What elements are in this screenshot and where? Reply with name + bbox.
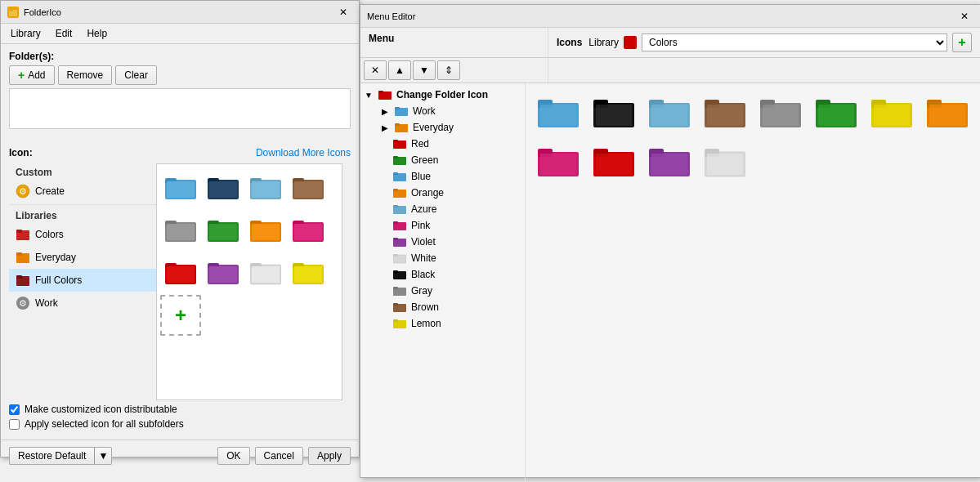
tree-blue-label: Blue xyxy=(411,171,518,182)
black-folder-icon xyxy=(393,269,406,280)
icon-item-red2[interactable] xyxy=(589,141,638,183)
tree-arrow-everyday[interactable]: ▶ xyxy=(380,123,390,132)
ok-button[interactable]: OK xyxy=(217,447,249,465)
tree-item-pink[interactable]: Pink xyxy=(360,217,525,234)
icon-cell-pink[interactable] xyxy=(288,210,329,251)
tree-item-work[interactable]: ▶ Work xyxy=(360,103,525,119)
clear-button[interactable]: Clear xyxy=(115,65,157,85)
azure-folder-icon xyxy=(393,203,406,215)
download-more-link[interactable]: Download More Icons xyxy=(256,147,351,158)
svg-rect-104 xyxy=(540,154,576,175)
gray-folder-icon xyxy=(393,285,406,297)
icon-cell-yellow[interactable] xyxy=(288,252,329,293)
add-button[interactable]: + Add xyxy=(9,65,55,85)
work-sidebar-icon: ⚙ xyxy=(16,296,30,310)
tree-item-white[interactable]: White xyxy=(360,250,525,266)
icons-row-1 xyxy=(534,91,972,134)
toolbar-move-button[interactable]: ⇕ xyxy=(437,60,460,80)
library-dropdown[interactable]: Colors Everyday Full Colors Work xyxy=(642,33,947,51)
icon-item-green2[interactable] xyxy=(812,91,861,134)
tree-black-label: Black xyxy=(411,269,518,280)
sidebar-item-full-colors[interactable]: Full Colors xyxy=(9,269,156,292)
svg-rect-80 xyxy=(540,105,576,126)
tree-item-azure[interactable]: Azure xyxy=(360,201,525,217)
icon-cell-darkblue[interactable] xyxy=(203,167,244,208)
bottom-buttons: Restore Default ▼ OK Cancel Apply xyxy=(1,440,359,471)
icon-cell-gray[interactable] xyxy=(160,210,201,251)
tree-item-root[interactable]: ▼ Change Folder Icon xyxy=(360,87,525,103)
tree-item-brown[interactable]: Brown xyxy=(360,299,525,315)
remove-button[interactable]: Remove xyxy=(58,65,113,85)
tree-item-gray[interactable]: Gray xyxy=(360,283,525,299)
icon-cell-lightblue[interactable] xyxy=(245,167,286,208)
icon-cell-blue[interactable] xyxy=(160,167,201,208)
tree-item-blue[interactable]: Blue xyxy=(360,168,525,185)
full-colors-sidebar-icon xyxy=(16,273,30,288)
sidebar-item-work[interactable]: ⚙ Work xyxy=(9,292,156,315)
sidebar-item-everyday[interactable]: Everyday xyxy=(9,246,156,269)
svg-text:⚙: ⚙ xyxy=(19,298,27,308)
svg-rect-83 xyxy=(596,105,632,126)
icon-cell-green[interactable] xyxy=(203,210,244,251)
icon-item-hotpink[interactable] xyxy=(534,141,583,183)
tree-item-orange[interactable]: Orange xyxy=(360,185,525,201)
plus-icon: + xyxy=(18,69,25,82)
icons-row-2 xyxy=(534,141,972,183)
icon-item-orange2[interactable] xyxy=(923,91,972,134)
folderco-menubar: Library Edit Help xyxy=(1,24,359,44)
icon-cell-white[interactable] xyxy=(245,252,286,293)
subfolders-checkbox[interactable] xyxy=(9,419,20,430)
icon-item-white2[interactable] xyxy=(700,141,750,183)
icon-cell-red[interactable] xyxy=(160,252,201,293)
icon-item-silver[interactable] xyxy=(756,91,805,134)
svg-rect-107 xyxy=(596,154,632,175)
svg-rect-69 xyxy=(393,254,398,257)
work-folder-icon xyxy=(395,105,408,117)
add-library-button[interactable]: + xyxy=(952,33,972,52)
menu-editor-close-button[interactable]: ✕ xyxy=(955,9,973,24)
icon-item-yellow2[interactable] xyxy=(867,91,916,134)
tree-item-red[interactable]: Red xyxy=(360,136,525,152)
tree-item-green[interactable]: Green xyxy=(360,152,525,168)
custom-section-label: Custom xyxy=(9,163,156,180)
apply-button[interactable]: Apply xyxy=(308,447,351,465)
cancel-button-folderco[interactable]: Cancel xyxy=(255,447,303,465)
tree-orange-label: Orange xyxy=(411,187,518,199)
icon-item-teal[interactable] xyxy=(534,91,583,134)
menu-help[interactable]: Help xyxy=(83,26,110,41)
menu-edit[interactable]: Edit xyxy=(52,26,76,41)
svg-rect-63 xyxy=(393,205,398,208)
menu-tree: ▼ Change Folder Icon ▶ Work ▶ Every xyxy=(360,83,525,453)
tree-gray-label: Gray xyxy=(411,285,518,297)
tree-arrow-work[interactable]: ▶ xyxy=(380,106,390,116)
icon-cell-orange[interactable] xyxy=(245,210,286,251)
tree-item-lemon[interactable]: Lemon xyxy=(360,315,525,332)
distributable-checkbox[interactable] xyxy=(9,404,20,415)
tree-violet-label: Violet xyxy=(411,236,518,248)
icon-item-purple[interactable] xyxy=(645,141,694,183)
folder-input-area xyxy=(9,88,351,129)
sidebar-item-create[interactable]: ⚙ Create xyxy=(9,180,156,203)
restore-default-arrow[interactable]: ▼ xyxy=(94,447,112,465)
sidebar-colors-label: Colors xyxy=(35,229,64,240)
tree-brown-label: Brown xyxy=(411,301,518,313)
tree-item-black[interactable]: Black xyxy=(360,266,525,283)
tree-item-violet[interactable]: Violet xyxy=(360,234,525,250)
add-icon-cell[interactable]: + xyxy=(160,295,201,336)
icon-cell-brown[interactable] xyxy=(288,167,329,208)
toolbar-delete-button[interactable]: ✕ xyxy=(364,60,387,80)
toolbar-down-button[interactable]: ▼ xyxy=(413,60,436,80)
menu-library[interactable]: Library xyxy=(7,26,44,41)
toolbar-up-button[interactable]: ▲ xyxy=(388,60,411,80)
icon-item-brown2[interactable] xyxy=(700,91,750,134)
folderco-close-button[interactable]: ✕ xyxy=(334,5,352,20)
restore-default-button[interactable]: Restore Default xyxy=(9,447,94,465)
icon-item-cyan[interactable] xyxy=(645,91,694,134)
tree-arrow-root[interactable]: ▼ xyxy=(364,90,374,100)
icon-item-black[interactable] xyxy=(589,91,638,134)
folder-section: Folder(s): + Add Remove Clear xyxy=(1,44,359,142)
tree-item-everyday[interactable]: ▶ Everyday xyxy=(360,119,525,136)
sidebar-item-colors[interactable]: Colors xyxy=(9,223,156,246)
icon-cell-violet[interactable] xyxy=(203,252,244,293)
add-icon-plus: + xyxy=(175,304,186,327)
